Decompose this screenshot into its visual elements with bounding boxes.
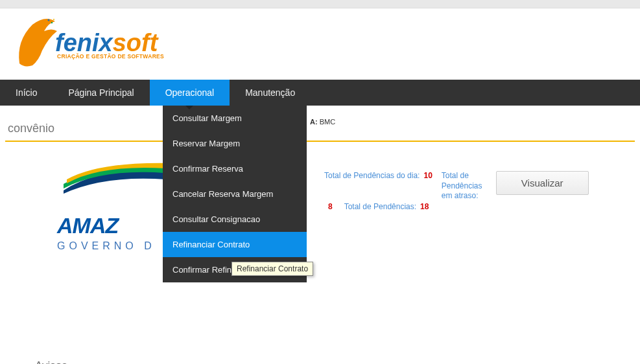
- header: fenixsoft CRIAÇÃO E GESTÃO DE SOFTWARES: [0, 8, 640, 80]
- svg-point-2: [53, 19, 54, 20]
- stat-extra-value: 8: [328, 202, 333, 211]
- pendencias-dia-value: 10: [423, 171, 432, 180]
- brand-mark-icon: [13, 15, 58, 73]
- visualizar-button[interactable]: Visualizar: [496, 171, 589, 195]
- avisos-section: Avisos Não existem avisos.: [0, 356, 640, 364]
- nav-operacional[interactable]: Operacional: [150, 80, 230, 106]
- content-area: convênio AMAZ GOVERNO D Total de Pendênc…: [0, 106, 640, 364]
- stats-row-1: Total de Pendências do dia: 10 Total de …: [324, 171, 589, 201]
- brand-logo: fenixsoft CRIAÇÃO E GESTÃO DE SOFTWARES: [13, 15, 164, 73]
- convenio-logo-main: AMAZ: [57, 213, 118, 238]
- avisos-title: Avisos: [32, 356, 608, 364]
- convenio-logo-sub: GOVERNO D: [57, 240, 156, 252]
- menu-cancelar-reserva[interactable]: Cancelar Reserva Margem: [163, 181, 307, 207]
- menu-consultar-consignacao[interactable]: Consultar Consignacao: [163, 207, 307, 232]
- total-pendencias-value: 18: [420, 202, 429, 211]
- menu-confirmar-reserva[interactable]: Confirmar Reserva: [163, 156, 307, 181]
- section-title: convênio: [0, 106, 640, 141]
- menu-consultar-margem[interactable]: Consultar Margem: [163, 106, 307, 131]
- operacional-dropdown: Consultar Margem Reservar Margem Confirm…: [163, 106, 307, 282]
- brand-tagline: CRIAÇÃO E GESTÃO DE SOFTWARES: [57, 53, 164, 60]
- pendencias-atraso-label: Total de Pendências em atraso:: [442, 171, 487, 201]
- menu-reservar-margem[interactable]: Reservar Margem: [163, 131, 307, 156]
- window-chrome-bar: [0, 0, 640, 8]
- nav-pagina-principal[interactable]: Página Principal: [53, 80, 149, 106]
- svg-point-0: [48, 19, 50, 21]
- nav-manutencao[interactable]: Manutenção: [230, 80, 311, 106]
- total-pendencias-label: Total de Pendências:: [344, 202, 416, 211]
- svg-point-1: [51, 22, 53, 23]
- pendencias-dia-label: Total de Pendências do dia:: [324, 171, 420, 180]
- nav-inicio[interactable]: Início: [0, 80, 53, 106]
- main-row: AMAZ GOVERNO D Total de Pendências do di…: [0, 142, 640, 252]
- menu-refinanciar-contrato[interactable]: Refinanciar Contrato: [163, 232, 307, 257]
- main-nav: Início Página Principal Operacional Manu…: [0, 80, 640, 106]
- stats-row-2: 8 Total de Pendências: 18: [328, 202, 429, 211]
- tooltip: Refinanciar Contrato: [231, 262, 313, 276]
